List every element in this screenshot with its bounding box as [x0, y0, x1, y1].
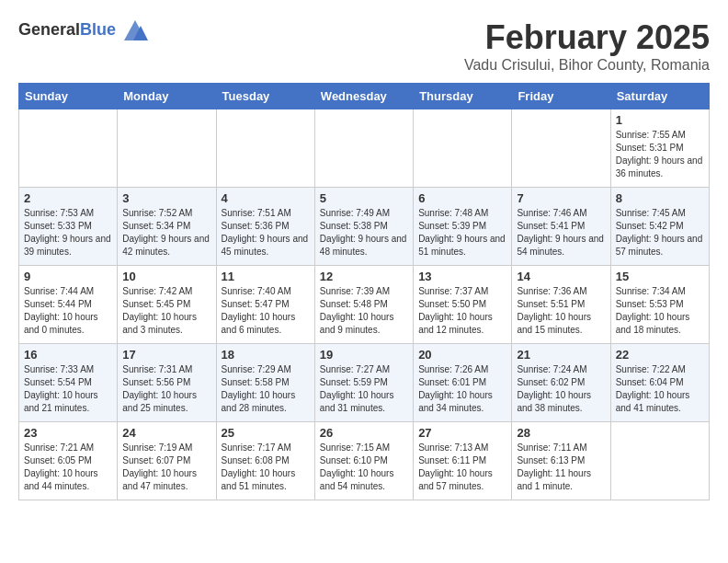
- calendar-cell: 6Sunrise: 7:48 AM Sunset: 5:39 PM Daylig…: [414, 188, 512, 266]
- calendar-cell: [314, 109, 413, 188]
- day-number: 1: [616, 113, 704, 127]
- calendar-title: February 2025: [464, 18, 710, 57]
- day-number: 25: [222, 426, 310, 440]
- calendar-subtitle: Vadu Crisului, Bihor County, Romania: [464, 57, 710, 74]
- calendar-cell: 21Sunrise: 7:24 AM Sunset: 6:02 PM Dayli…: [512, 344, 610, 422]
- day-info: Sunrise: 7:55 AM Sunset: 5:31 PM Dayligh…: [616, 129, 704, 180]
- day-info: Sunrise: 7:11 AM Sunset: 6:13 PM Dayligh…: [517, 442, 605, 493]
- day-number: 14: [517, 270, 605, 283]
- calendar-cell: 11Sunrise: 7:40 AM Sunset: 5:47 PM Dayli…: [216, 266, 314, 344]
- logo: GeneralBlue: [18, 18, 148, 44]
- day-info: Sunrise: 7:17 AM Sunset: 6:08 PM Dayligh…: [222, 442, 310, 493]
- calendar-cell: 12Sunrise: 7:39 AM Sunset: 5:48 PM Dayli…: [314, 266, 413, 344]
- day-number: 12: [320, 270, 408, 283]
- calendar-cell: [414, 109, 512, 188]
- day-number: 9: [24, 270, 112, 283]
- calendar-cell: 13Sunrise: 7:37 AM Sunset: 5:50 PM Dayli…: [414, 266, 512, 344]
- day-info: Sunrise: 7:37 AM Sunset: 5:50 PM Dayligh…: [418, 285, 506, 337]
- day-number: 8: [616, 191, 704, 205]
- logo-icon: [122, 18, 148, 44]
- day-info: Sunrise: 7:39 AM Sunset: 5:48 PM Dayligh…: [320, 285, 408, 337]
- day-info: Sunrise: 7:24 AM Sunset: 6:02 PM Dayligh…: [517, 363, 605, 415]
- calendar-cell: [118, 109, 216, 188]
- calendar-cell: [610, 422, 709, 500]
- calendar-cell: [216, 109, 314, 188]
- header-monday: Monday: [118, 84, 216, 109]
- day-info: Sunrise: 7:27 AM Sunset: 5:59 PM Dayligh…: [320, 363, 408, 415]
- calendar-cell: 14Sunrise: 7:36 AM Sunset: 5:51 PM Dayli…: [512, 266, 610, 344]
- header-sunday: Sunday: [19, 84, 118, 109]
- calendar-table: Sunday Monday Tuesday Wednesday Thursday…: [18, 83, 710, 500]
- calendar-cell: 22Sunrise: 7:22 AM Sunset: 6:04 PM Dayli…: [610, 344, 709, 422]
- day-number: 27: [418, 426, 506, 440]
- day-number: 24: [122, 426, 210, 440]
- calendar-cell: 3Sunrise: 7:52 AM Sunset: 5:34 PM Daylig…: [118, 188, 216, 266]
- day-number: 18: [222, 348, 310, 362]
- day-number: 22: [616, 348, 704, 362]
- calendar-cell: 16Sunrise: 7:33 AM Sunset: 5:54 PM Dayli…: [19, 344, 118, 422]
- calendar-week-row: 2Sunrise: 7:53 AM Sunset: 5:33 PM Daylig…: [19, 188, 710, 266]
- logo-blue: Blue: [80, 20, 116, 39]
- header-wednesday: Wednesday: [314, 84, 413, 109]
- calendar-cell: 24Sunrise: 7:19 AM Sunset: 6:07 PM Dayli…: [118, 422, 216, 500]
- day-number: 16: [24, 348, 112, 362]
- calendar-cell: 19Sunrise: 7:27 AM Sunset: 5:59 PM Dayli…: [314, 344, 413, 422]
- day-number: 13: [418, 270, 506, 283]
- calendar-cell: 2Sunrise: 7:53 AM Sunset: 5:33 PM Daylig…: [19, 188, 118, 266]
- header-tuesday: Tuesday: [216, 84, 314, 109]
- day-info: Sunrise: 7:34 AM Sunset: 5:53 PM Dayligh…: [616, 285, 704, 337]
- day-info: Sunrise: 7:42 AM Sunset: 5:45 PM Dayligh…: [122, 285, 210, 337]
- calendar-cell: 7Sunrise: 7:46 AM Sunset: 5:41 PM Daylig…: [512, 188, 610, 266]
- day-info: Sunrise: 7:46 AM Sunset: 5:41 PM Dayligh…: [517, 207, 605, 259]
- calendar-cell: 23Sunrise: 7:21 AM Sunset: 6:05 PM Dayli…: [19, 422, 118, 500]
- day-info: Sunrise: 7:44 AM Sunset: 5:44 PM Dayligh…: [24, 285, 112, 337]
- calendar-cell: 1Sunrise: 7:55 AM Sunset: 5:31 PM Daylig…: [610, 109, 709, 188]
- day-info: Sunrise: 7:45 AM Sunset: 5:42 PM Dayligh…: [616, 207, 704, 259]
- calendar-body: 1Sunrise: 7:55 AM Sunset: 5:31 PM Daylig…: [19, 109, 710, 500]
- day-info: Sunrise: 7:31 AM Sunset: 5:56 PM Dayligh…: [122, 363, 210, 415]
- day-info: Sunrise: 7:40 AM Sunset: 5:47 PM Dayligh…: [222, 285, 310, 337]
- calendar-cell: [512, 109, 610, 188]
- calendar-cell: 20Sunrise: 7:26 AM Sunset: 6:01 PM Dayli…: [414, 344, 512, 422]
- calendar-cell: 15Sunrise: 7:34 AM Sunset: 5:53 PM Dayli…: [610, 266, 709, 344]
- day-number: 7: [517, 191, 605, 205]
- calendar-cell: 26Sunrise: 7:15 AM Sunset: 6:10 PM Dayli…: [314, 422, 413, 500]
- day-number: 11: [222, 270, 310, 283]
- calendar-cell: 28Sunrise: 7:11 AM Sunset: 6:13 PM Dayli…: [512, 422, 610, 500]
- calendar-cell: 5Sunrise: 7:49 AM Sunset: 5:38 PM Daylig…: [314, 188, 413, 266]
- day-number: 26: [320, 426, 408, 440]
- page-header: GeneralBlue February 2025 Vadu Crisului,…: [18, 18, 710, 74]
- calendar-week-row: 9Sunrise: 7:44 AM Sunset: 5:44 PM Daylig…: [19, 266, 710, 344]
- day-info: Sunrise: 7:22 AM Sunset: 6:04 PM Dayligh…: [616, 363, 704, 415]
- day-info: Sunrise: 7:36 AM Sunset: 5:51 PM Dayligh…: [517, 285, 605, 337]
- day-number: 2: [24, 191, 112, 205]
- day-number: 3: [122, 191, 210, 205]
- day-info: Sunrise: 7:26 AM Sunset: 6:01 PM Dayligh…: [418, 363, 506, 415]
- day-info: Sunrise: 7:53 AM Sunset: 5:33 PM Dayligh…: [24, 207, 112, 259]
- day-number: 20: [418, 348, 506, 362]
- day-number: 19: [320, 348, 408, 362]
- calendar-cell: 18Sunrise: 7:29 AM Sunset: 5:58 PM Dayli…: [216, 344, 314, 422]
- day-info: Sunrise: 7:49 AM Sunset: 5:38 PM Dayligh…: [320, 207, 408, 259]
- day-info: Sunrise: 7:21 AM Sunset: 6:05 PM Dayligh…: [24, 442, 112, 493]
- day-info: Sunrise: 7:51 AM Sunset: 5:36 PM Dayligh…: [222, 207, 310, 259]
- header-thursday: Thursday: [414, 84, 512, 109]
- calendar-cell: 25Sunrise: 7:17 AM Sunset: 6:08 PM Dayli…: [216, 422, 314, 500]
- day-number: 17: [122, 348, 210, 362]
- title-area: February 2025 Vadu Crisului, Bihor Count…: [464, 18, 710, 74]
- header-saturday: Saturday: [610, 84, 709, 109]
- calendar-header-row: Sunday Monday Tuesday Wednesday Thursday…: [19, 84, 710, 109]
- day-number: 21: [517, 348, 605, 362]
- day-info: Sunrise: 7:13 AM Sunset: 6:11 PM Dayligh…: [418, 442, 506, 493]
- day-number: 4: [222, 191, 310, 205]
- calendar-week-row: 23Sunrise: 7:21 AM Sunset: 6:05 PM Dayli…: [19, 422, 710, 500]
- day-info: Sunrise: 7:19 AM Sunset: 6:07 PM Dayligh…: [122, 442, 210, 493]
- header-friday: Friday: [512, 84, 610, 109]
- day-info: Sunrise: 7:33 AM Sunset: 5:54 PM Dayligh…: [24, 363, 112, 415]
- day-number: 5: [320, 191, 408, 205]
- day-info: Sunrise: 7:48 AM Sunset: 5:39 PM Dayligh…: [418, 207, 506, 259]
- calendar-week-row: 1Sunrise: 7:55 AM Sunset: 5:31 PM Daylig…: [19, 109, 710, 188]
- logo-general: General: [18, 20, 80, 39]
- logo-content: GeneralBlue: [18, 18, 148, 44]
- calendar-cell: 10Sunrise: 7:42 AM Sunset: 5:45 PM Dayli…: [118, 266, 216, 344]
